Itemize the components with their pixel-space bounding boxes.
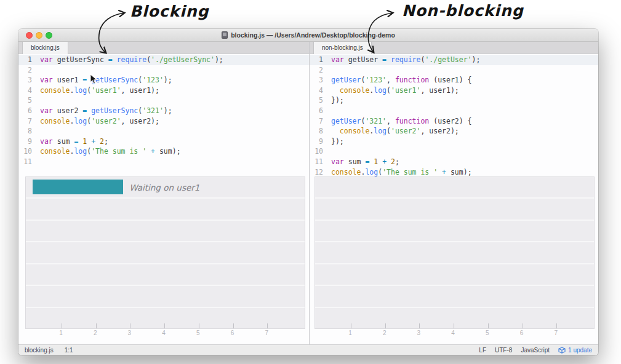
code-line[interactable]: 5 <box>18 95 309 106</box>
tick-label: 2 <box>383 330 387 336</box>
chart-row <box>315 242 594 263</box>
editor-nonblocking[interactable]: 1var getUser = require('./getUser');23ge… <box>310 54 598 344</box>
titlebar[interactable]: blocking.js — /Users/Andrew/Desktop/bloc… <box>18 29 598 42</box>
code-text <box>32 157 40 167</box>
status-cursor-position[interactable]: 1:1 <box>65 347 73 354</box>
code-line[interactable]: 11var sum = 1 + 2; <box>310 157 598 167</box>
code-line[interactable]: 11 <box>18 157 309 167</box>
chart-row: Waiting on user1 <box>26 177 305 197</box>
tick-label: 1 <box>348 330 352 336</box>
code-line[interactable]: 6 <box>310 106 598 116</box>
line-number: 8 <box>310 126 323 136</box>
line-number: 8 <box>18 126 32 136</box>
line-number: 4 <box>18 85 32 96</box>
code-line[interactable]: 9var sum = 1 + 2; <box>18 136 309 147</box>
code-text: var getUser = require('./getUser'); <box>323 55 480 65</box>
code-text: getUser('321', function (user2) { <box>323 116 472 127</box>
tick-label: 7 <box>265 330 268 336</box>
timeline-chart-blocking: Waiting on user1 1234567 <box>25 176 305 338</box>
chart-plot <box>315 176 595 329</box>
code-line[interactable]: 8 <box>18 126 309 136</box>
chart-row <box>26 286 305 306</box>
code-text: }); <box>323 136 344 147</box>
status-encoding[interactable]: UTF-8 <box>495 347 512 354</box>
line-number: 3 <box>18 75 32 85</box>
line-number: 10 <box>310 146 323 157</box>
blocking-annotation: Blocking <box>130 2 209 20</box>
code-line[interactable]: 6var user2 = getUserSync('321'); <box>18 106 309 116</box>
code-line[interactable]: 9}); <box>310 136 598 147</box>
chart-row <box>315 286 594 306</box>
tick-label: 5 <box>486 330 489 336</box>
code-line[interactable]: 1var getUser = require('./getUser'); <box>310 55 598 65</box>
code-text: }); <box>323 95 344 106</box>
chart-row <box>26 308 305 328</box>
line-number: 1 <box>18 55 32 65</box>
window-title: blocking.js — /Users/Andrew/Desktop/bloc… <box>18 29 598 41</box>
chart-row <box>315 177 594 197</box>
code-line[interactable]: 1var getUserSync = require('./getUserSyn… <box>18 55 309 65</box>
code-line[interactable]: 2 <box>18 65 309 76</box>
tabbar-right: non-blocking.js <box>310 42 598 54</box>
code-line[interactable]: 7getUser('321', function (user2) { <box>310 116 598 127</box>
update-link[interactable]: 1 update <box>558 347 592 354</box>
tick-label: 1 <box>59 330 63 336</box>
code-line[interactable]: 7console.log('user2', user2); <box>18 116 309 127</box>
line-number: 10 <box>18 146 32 157</box>
code-line[interactable]: 3getUser('123', function (user1) { <box>310 75 598 85</box>
status-line-ending[interactable]: LF <box>479 347 486 354</box>
chart-row <box>315 264 594 285</box>
code-line[interactable]: 3var user1 = getUserSync('123'); <box>18 75 309 85</box>
code-text: console.log('The sum is ' + sum); <box>323 167 472 178</box>
code-text: var user2 = getUserSync('321'); <box>32 106 172 116</box>
chart-plot: Waiting on user1 <box>25 176 305 329</box>
code-text: getUser('123', function (user1) { <box>323 75 472 85</box>
code-line[interactable]: 5}); <box>310 95 598 106</box>
line-number: 6 <box>310 106 323 116</box>
chart-row <box>26 264 305 285</box>
line-number: 11 <box>18 157 32 167</box>
code-line[interactable]: 10console.log('The sum is ' + sum); <box>18 146 309 157</box>
chart-row <box>26 242 305 263</box>
tick-label: 6 <box>231 330 234 336</box>
code-text: var sum = 1 + 2; <box>32 136 108 147</box>
line-number: 7 <box>310 116 323 127</box>
code-text <box>323 106 331 116</box>
code-line[interactable]: 4console.log('user1', user1); <box>18 85 309 96</box>
tick-label: 2 <box>94 330 97 336</box>
line-number: 11 <box>310 157 323 167</box>
code-text: console.log('user2', user2); <box>32 116 159 127</box>
code-text <box>323 65 331 76</box>
minimize-button[interactable] <box>36 32 42 39</box>
line-number: 9 <box>18 136 32 147</box>
status-language[interactable]: JavaScript <box>521 347 550 354</box>
editor-blocking[interactable]: 1var getUserSync = require('./getUserSyn… <box>18 54 309 344</box>
line-number: 5 <box>310 95 323 106</box>
code-text <box>32 95 40 106</box>
code-area-nonblocking: 1var getUser = require('./getUser');23ge… <box>310 55 598 188</box>
traffic-lights <box>26 32 52 39</box>
progress-bar <box>33 180 124 194</box>
window-title-text: blocking.js — /Users/Andrew/Desktop/bloc… <box>231 31 395 39</box>
code-line[interactable]: 2 <box>310 65 598 76</box>
chart-row <box>315 199 594 219</box>
tab-non-blocking-js[interactable]: non-blocking.js <box>313 42 372 54</box>
code-text: var getUserSync = require('./getUserSync… <box>32 55 223 65</box>
line-number: 12 <box>310 167 323 178</box>
close-button[interactable] <box>26 32 33 39</box>
tab-blocking-js[interactable]: blocking.js <box>22 42 68 54</box>
code-text <box>32 65 40 76</box>
code-line[interactable]: 12console.log('The sum is ' + sum); <box>310 167 598 178</box>
code-line[interactable]: 8 console.log('user2', user2); <box>310 126 598 136</box>
tabbar-left: blocking.js <box>18 42 309 54</box>
code-line[interactable]: 10 <box>310 146 598 157</box>
tick-label: 4 <box>451 330 455 336</box>
tick-label: 3 <box>417 330 421 336</box>
code-text: console.log('user1', user1); <box>323 85 459 96</box>
tick-label: 6 <box>520 330 524 336</box>
code-line[interactable]: 4 console.log('user1', user1); <box>310 85 598 96</box>
fullscreen-button[interactable] <box>46 32 52 39</box>
code-text: var user1 = getUserSync('123'); <box>32 75 172 85</box>
mouse-cursor <box>90 74 98 85</box>
tick-label: 3 <box>128 330 132 336</box>
